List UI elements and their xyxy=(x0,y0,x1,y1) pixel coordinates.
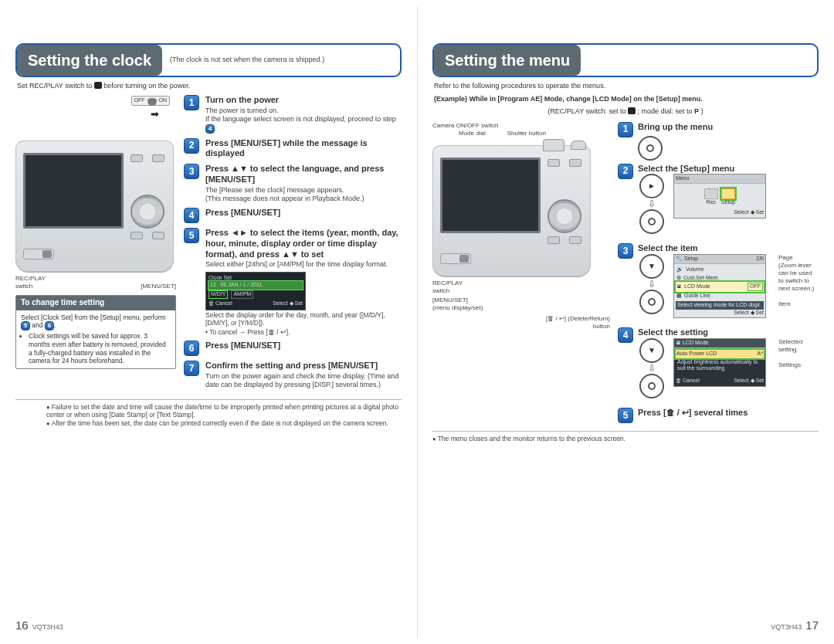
footer-right: VQT3H43 17 xyxy=(771,619,819,633)
manual-spread: Setting the clock (The clock is not set … xyxy=(0,0,834,644)
down-arrow-icon: ⇩ xyxy=(648,280,656,289)
button-icon xyxy=(131,154,143,162)
step-num: 2 xyxy=(184,138,199,154)
switch-knob xyxy=(148,99,156,105)
on-label: ON xyxy=(159,97,168,104)
control-wheel xyxy=(548,199,581,233)
camonoff-label: Camera ON/OFF switch xyxy=(432,122,610,130)
clockset-screen: Clock Set 12 : 00 JAN / 1 / 2011 M/D/YAM… xyxy=(205,272,306,310)
step-num: 4 xyxy=(184,208,199,223)
tip-line1: Select [Clock Set] from the [Setup] menu… xyxy=(21,314,171,331)
step-num: 5 xyxy=(618,408,633,423)
camera-back xyxy=(432,145,591,276)
camera-screen xyxy=(440,158,541,233)
step-num: 1 xyxy=(184,95,199,110)
button-icon xyxy=(152,232,164,239)
tip-line2: Clock settings will be saved for approx.… xyxy=(29,332,171,365)
recplay-switch xyxy=(23,249,54,259)
menuset-pad-icon xyxy=(639,374,664,398)
step-num: 3 xyxy=(618,243,633,259)
step1-desc: The power is turned on.If the language s… xyxy=(205,107,402,134)
off-label: OFF xyxy=(134,97,145,104)
r-step1: Bring up the menu xyxy=(638,122,819,133)
r-step4: Select the setting xyxy=(638,327,819,338)
example-line: (Example) While in [Program AE] Mode, ch… xyxy=(434,95,817,103)
r-step2: Select the [Setup] menu xyxy=(638,164,819,175)
step7-title: Confirm the setting and press [MENU/SET] xyxy=(205,361,402,371)
menu-screen-3: 🔧 Setup2/6 🔊Volume ⚙Cust.Set Mem. 🖥LCD M… xyxy=(673,254,766,318)
step-num: 5 xyxy=(184,228,199,243)
title-note: (The clock is not set when the camera is… xyxy=(162,53,332,67)
sub-line: (REC/PLAY switch: set to ; mode dial: se… xyxy=(434,107,817,116)
page-16: Setting the clock (The clock is not set … xyxy=(0,0,417,644)
step5-desc: Select either [24hrs] or [AM/PM] for the… xyxy=(205,260,402,269)
intro-right: Refer to the following procedures to ope… xyxy=(434,82,817,90)
menu-screen-4: 🖥 LCD Mode Auto Power LCDA* Adjust brigh… xyxy=(673,338,766,387)
step6-title: Press [MENU/SET] xyxy=(205,341,402,351)
footnotes-right: The menu closes and the monitor returns … xyxy=(432,431,819,443)
footer-left: 16 VQT3H43 xyxy=(15,619,63,633)
recplay-label: REC/PLAY switch xyxy=(432,280,463,295)
down-arrow-icon: ⇩ xyxy=(648,364,656,373)
control-wheel xyxy=(131,195,164,229)
rec-icon xyxy=(94,82,102,89)
setting-annotation: Selected settingSettings xyxy=(778,338,819,398)
camera-illustration-col: OFF ON ➡ REC/PLAY switch xyxy=(15,95,176,394)
r-step3: Select the item xyxy=(638,243,819,254)
step-num: 6 xyxy=(184,341,199,356)
menuset-pad-icon xyxy=(639,209,664,234)
modedial-label: Mode dial xyxy=(459,130,486,137)
button-icon xyxy=(569,159,581,167)
rec-tile-icon xyxy=(704,188,718,199)
page-title: Setting the clock xyxy=(17,45,162,76)
delret-label: [🗑 / ↩] (Delete/Return) button xyxy=(432,315,610,330)
button-icon xyxy=(152,154,164,162)
step5-title: Press ◄► to select the items (year, mont… xyxy=(205,228,402,259)
step5-cancel: • To cancel → Press [🗑 / ↩]. xyxy=(205,328,402,337)
mode-dial xyxy=(543,139,564,151)
step-num: 7 xyxy=(184,361,199,376)
button-icon xyxy=(548,159,560,167)
menuset-pad-icon xyxy=(639,290,664,314)
step7-desc: Turn on the power again and check the ti… xyxy=(205,372,402,390)
onoff-switch: OFF ON xyxy=(131,96,171,106)
step-num: 4 xyxy=(618,327,633,343)
camera-diagram-col: Camera ON/OFF switch Mode dial Shutter b… xyxy=(432,122,610,426)
intro-line: Set REC/PLAY switch to before turning on… xyxy=(17,82,400,90)
camera-screen xyxy=(23,153,124,229)
page-17: Setting the menu Refer to the following … xyxy=(417,0,834,644)
camera-back xyxy=(15,141,174,272)
step-num: 3 xyxy=(184,164,199,179)
arrow-icon: ➡ xyxy=(15,108,159,120)
step3-desc: The [Please set the clock] message appea… xyxy=(205,186,402,204)
dpad-icon: ► xyxy=(639,174,664,198)
tip-box: To change time setting Select [Clock Set… xyxy=(15,295,176,369)
step2-title: Press [MENU/SET] while the message is di… xyxy=(205,138,402,160)
button-icon xyxy=(569,236,581,244)
steps-left: 1 Turn on the power The power is turned … xyxy=(184,95,402,394)
step1-title: Turn on the power xyxy=(205,95,402,106)
steps-right: 1 Bring up the menu 2 Select the [Setup]… xyxy=(618,122,819,426)
step5-note: Select the display order for the day, mo… xyxy=(205,311,402,327)
menu-screen-2: Menu Rec Setup Select ◆ Set xyxy=(673,174,766,218)
menuset-pad-icon xyxy=(638,136,663,161)
menuset-label: [MENU/SET] xyxy=(15,283,176,290)
button-icon xyxy=(131,232,143,239)
down-arrow-icon: ⇩ xyxy=(648,199,656,208)
step4-title: Press [MENU/SET] xyxy=(205,208,402,219)
page-annotation: Page (Zoom lever can be used to switch t… xyxy=(778,254,819,318)
step3-title: Press ▲▼ to select the language, and pre… xyxy=(205,164,402,185)
r-step5: Press [🗑 / ↩] several times xyxy=(638,408,819,419)
recplay-switch xyxy=(440,253,471,264)
button-icon xyxy=(548,236,560,244)
shutter-label: Shutter button xyxy=(507,130,546,137)
dpad-icon: ▼ xyxy=(639,254,664,279)
step-num: 2 xyxy=(618,164,633,179)
page-title: Setting the menu xyxy=(434,45,581,76)
footnotes-left: Failure to set the date and time will ca… xyxy=(15,399,402,428)
rec-icon xyxy=(628,107,636,114)
header-left: Setting the clock (The clock is not set … xyxy=(15,43,402,77)
shutter-button xyxy=(571,141,586,150)
dpad-icon: ▼ xyxy=(639,338,664,363)
tip-title: To change time setting xyxy=(16,296,175,310)
